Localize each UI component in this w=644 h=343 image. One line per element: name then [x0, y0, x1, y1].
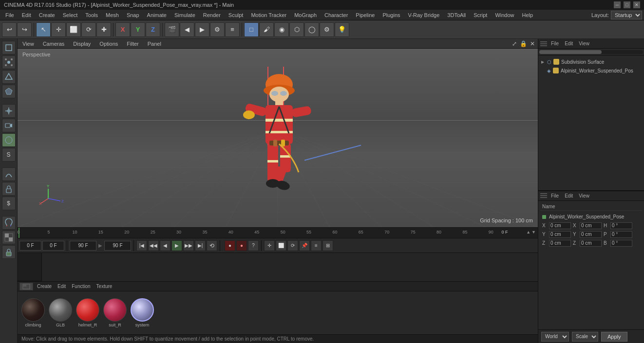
- record-button[interactable]: ●: [225, 240, 235, 251]
- menu-help[interactable]: Help: [519, 11, 537, 19]
- light-button[interactable]: 💡: [335, 22, 349, 37]
- material-item-climbing[interactable]: climbing: [21, 298, 45, 327]
- tree-item-subdivision[interactable]: ▶ ⬡ Subdivision Surface: [539, 57, 643, 66]
- menu-simulate[interactable]: Simulate: [171, 11, 199, 19]
- go-start-button[interactable]: |◀: [136, 240, 147, 251]
- loop2-button[interactable]: ⟳: [287, 240, 298, 251]
- close-button[interactable]: ✕: [633, 1, 640, 8]
- apply-button[interactable]: Apply: [601, 332, 627, 342]
- undo-button[interactable]: ↩: [2, 22, 17, 37]
- vp-lock-icon[interactable]: 🔒: [520, 40, 527, 47]
- obj-panel-file[interactable]: File: [549, 40, 561, 47]
- menu-file[interactable]: File: [2, 11, 18, 19]
- move-key-button[interactable]: ✛: [264, 240, 275, 251]
- attr-panel-file[interactable]: File: [549, 193, 561, 199]
- lt-object-mode[interactable]: [2, 41, 16, 54]
- vp-menu-options[interactable]: Options: [97, 40, 120, 48]
- lt-lock-icon[interactable]: [2, 245, 16, 259]
- menu-window[interactable]: Window: [492, 11, 517, 19]
- lt-dollar[interactable]: $: [2, 197, 16, 210]
- vp-menu-cameras[interactable]: Cameras: [41, 40, 67, 48]
- frame-end-input[interactable]: [70, 241, 96, 251]
- mat-menu-create[interactable]: Create: [35, 283, 54, 289]
- move-axis-button[interactable]: ✛: [51, 22, 66, 37]
- maximize-button[interactable]: □: [624, 1, 630, 8]
- step-back-button[interactable]: ◀◀: [148, 240, 159, 251]
- brush-button[interactable]: ⬡: [289, 22, 304, 37]
- material-item-glb[interactable]: GLB: [49, 298, 72, 327]
- vp-menu-view[interactable]: View: [20, 40, 36, 48]
- current-frame-input[interactable]: [42, 241, 64, 251]
- attr-p-val[interactable]: [610, 231, 632, 238]
- attr-z-rot[interactable]: [580, 240, 602, 247]
- move-tool-button[interactable]: ↖: [36, 22, 51, 37]
- obj-select-button[interactable]: ◉: [274, 22, 289, 37]
- attr-panel-edit[interactable]: Edit: [563, 193, 575, 199]
- menu-vray[interactable]: V-Ray Bridge: [405, 11, 443, 19]
- menu-sculpt[interactable]: Sculpt: [225, 11, 247, 19]
- menu-mesh[interactable]: Mesh: [102, 11, 122, 19]
- minimize-button[interactable]: ─: [614, 1, 621, 8]
- axis-y-button[interactable]: Y: [131, 22, 145, 37]
- lt-uv[interactable]: S: [2, 148, 16, 162]
- menu-character[interactable]: Character: [321, 11, 351, 19]
- view-cube-button[interactable]: □: [244, 22, 259, 37]
- menu-animate[interactable]: Animate: [144, 11, 170, 19]
- rotate-button[interactable]: ⟳: [81, 22, 96, 37]
- render-settings-button[interactable]: ⚙: [210, 22, 225, 37]
- vp-menu-filter[interactable]: Filter: [125, 40, 140, 48]
- vp-maximize-icon[interactable]: ⤢: [512, 40, 517, 47]
- layout-select[interactable]: Startup: [611, 11, 642, 19]
- obj-panel-view[interactable]: View: [577, 40, 591, 47]
- menu-render[interactable]: Render: [200, 11, 224, 19]
- lt-lock[interactable]: [2, 182, 16, 196]
- lt-poly-mode[interactable]: [2, 85, 16, 98]
- lt-snap[interactable]: [2, 104, 16, 118]
- render-queue-button[interactable]: ≡: [225, 22, 240, 37]
- attr-z-pos[interactable]: [549, 240, 571, 247]
- render-next-button[interactable]: ▶: [195, 22, 209, 37]
- menu-script[interactable]: Script: [470, 11, 491, 19]
- lt-checkerboard[interactable]: [2, 231, 16, 244]
- attr-b-val[interactable]: [610, 240, 632, 247]
- timeline-tracks-area[interactable]: [42, 253, 538, 281]
- menu-3dtoall[interactable]: 3DToAll: [444, 11, 469, 19]
- objects-scrollbar[interactable]: [538, 49, 644, 55]
- attr-panel-view[interactable]: View: [577, 193, 591, 199]
- lt-bezier[interactable]: [2, 167, 16, 181]
- attr-x-rot[interactable]: [580, 222, 602, 229]
- menu-select[interactable]: Select: [59, 11, 81, 19]
- lt-magnet[interactable]: [2, 216, 16, 230]
- transform-button[interactable]: ✚: [96, 22, 111, 37]
- camera-settings-button[interactable]: ⚙: [320, 22, 334, 37]
- render-prev-button[interactable]: ◀: [180, 22, 194, 37]
- autokey-button[interactable]: ●: [236, 240, 247, 251]
- axis-z-button[interactable]: Z: [146, 22, 160, 37]
- lt-texture[interactable]: [2, 133, 16, 147]
- material-item-helmet[interactable]: helmet_R: [76, 298, 99, 327]
- menu-snap[interactable]: Snap: [123, 11, 143, 19]
- mat-menu-edit[interactable]: Edit: [56, 283, 68, 289]
- prev-frame-button[interactable]: ◀: [160, 240, 170, 251]
- axis-x-button[interactable]: X: [115, 22, 130, 37]
- total-frames-input[interactable]: [104, 241, 131, 251]
- attr-y-pos[interactable]: [549, 231, 571, 238]
- coord-space-select[interactable]: World Object: [541, 332, 569, 342]
- attr-x-pos[interactable]: [549, 222, 571, 229]
- menu-mograph[interactable]: MoGraph: [291, 11, 320, 19]
- film-button[interactable]: 🎬: [165, 22, 179, 37]
- mat-menu-texture[interactable]: Texture: [95, 283, 114, 289]
- help-button[interactable]: ?: [248, 240, 259, 251]
- selection-button[interactable]: ⬜: [276, 240, 286, 251]
- go-end-button[interactable]: ▶|: [195, 240, 206, 251]
- lt-point-mode[interactable]: [2, 55, 16, 69]
- objects-scroll-track[interactable]: [539, 50, 643, 54]
- lt-camera[interactable]: [2, 119, 16, 132]
- frame-start-input[interactable]: [19, 241, 41, 251]
- menu-plugins[interactable]: Plugins: [379, 11, 403, 19]
- scale-button[interactable]: ⬜: [66, 22, 81, 37]
- timeline-ruler[interactable]: 0 5 10 15 20 25 30 35 40 45 50 55 60 65 …: [18, 228, 538, 238]
- menu-edit[interactable]: Edit: [19, 11, 35, 19]
- menu-tools[interactable]: Tools: [82, 11, 101, 19]
- sphere-button[interactable]: ◯: [304, 22, 319, 37]
